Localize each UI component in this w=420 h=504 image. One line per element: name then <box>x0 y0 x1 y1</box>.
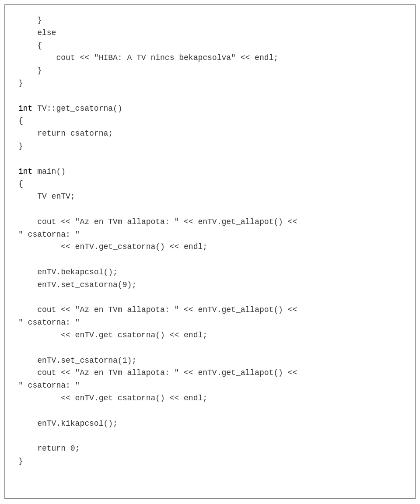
code-container: } else { cout << "HIBA: A TV nincs bekap… <box>4 4 416 499</box>
keyword-int-2: int <box>18 167 32 176</box>
code-block: } else { cout << "HIBA: A TV nincs bekap… <box>18 14 402 468</box>
keyword-int-1: int <box>18 104 32 113</box>
